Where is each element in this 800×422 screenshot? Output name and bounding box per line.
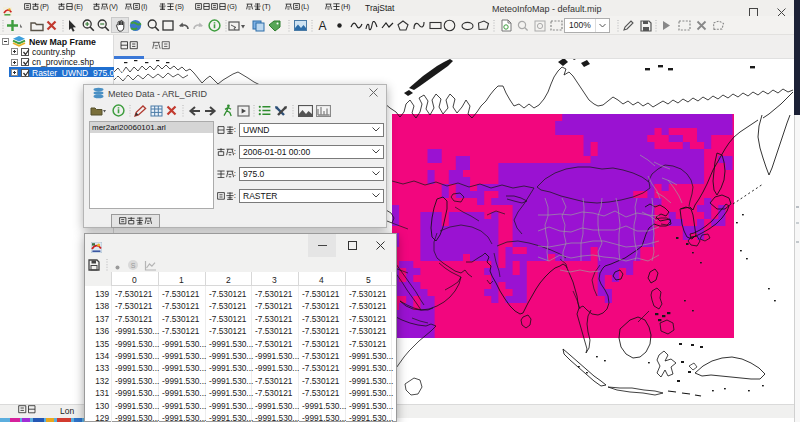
svg-text:S: S xyxy=(131,261,136,268)
svg-text:A: A xyxy=(318,20,326,31)
